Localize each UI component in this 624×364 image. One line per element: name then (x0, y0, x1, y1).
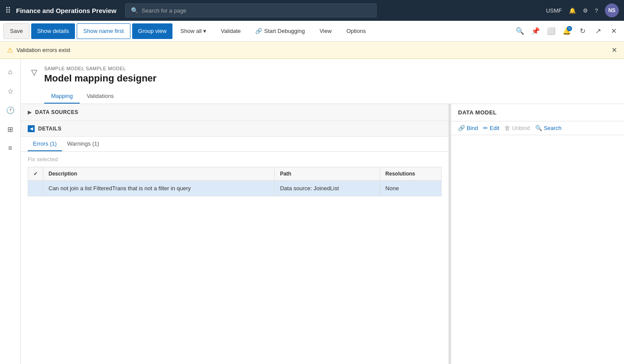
top-navigation: ⠿ Finance and Operations Preview 🔍 USMF … (0, 0, 624, 21)
search-input[interactable] (142, 7, 371, 14)
right-pane-header: DATA MODEL (451, 104, 624, 121)
show-all-button[interactable]: Show all ▾ (174, 23, 212, 39)
unbind-icon: 🗑 (504, 125, 510, 131)
action-bar-right: 🔍 📌 ⬜ 🔔 0 ↻ ↗ ✕ (513, 24, 621, 38)
error-table: ✓ Description Path Resolutions Can not j… (28, 167, 442, 196)
group-view-button[interactable]: Group view (132, 23, 173, 39)
expand-icon[interactable]: ⬜ (544, 24, 558, 38)
notification-icon[interactable]: 🔔 (569, 7, 576, 14)
app-title: Finance and Operations Preview (16, 7, 117, 14)
search-page-icon[interactable]: 🔍 (513, 24, 527, 38)
global-search-box[interactable]: 🔍 (125, 3, 377, 17)
fix-selected-label: Fix selected (21, 152, 448, 167)
tab-validations[interactable]: Validations (80, 89, 121, 104)
main-layout: ⌂ ☆ 🕐 ⊞ ≡ ▽ SAMPLE MODEL SAMPLE MODEL Mo… (0, 59, 624, 364)
search-icon: 🔍 (535, 125, 542, 131)
col-path: Path (275, 167, 380, 181)
start-debugging-button[interactable]: 🔗 Start Debugging (249, 23, 311, 39)
data-model-title: DATA MODEL (458, 109, 497, 116)
page-title: Model mapping designer (44, 73, 614, 84)
row-description: Can not join a list FilteredTrans that i… (43, 181, 275, 196)
save-button[interactable]: Save (3, 23, 29, 39)
details-tabs: Errors (1) Warnings (1) (21, 137, 448, 152)
search-button[interactable]: 🔍 Search (535, 125, 562, 131)
avatar[interactable]: NS (605, 3, 619, 17)
bind-icon: 🔗 (458, 125, 465, 131)
breadcrumb: SAMPLE MODEL SAMPLE MODEL (44, 66, 614, 71)
warning-icon: ⚠ (7, 46, 13, 54)
left-sidebar: ⌂ ☆ 🕐 ⊞ ≡ (0, 59, 21, 364)
data-sources-label: DATA SOURCES (35, 109, 78, 115)
chevron-down-icon: ▾ (203, 28, 206, 34)
help-icon[interactable]: ? (595, 7, 598, 14)
col-resolutions: Resolutions (380, 167, 442, 181)
bind-button[interactable]: 🔗 Bind (458, 125, 478, 131)
debug-icon: 🔗 (255, 28, 262, 34)
options-button[interactable]: Options (340, 23, 372, 39)
notification-badge[interactable]: 🔔 0 (560, 24, 574, 38)
col-checkbox: ✓ (28, 167, 43, 181)
show-details-button[interactable]: Show details (31, 23, 75, 39)
data-sources-section[interactable]: ▶ DATA SOURCES (21, 104, 448, 121)
sidebar-icon-modules[interactable]: ≡ (3, 140, 18, 156)
sidebar-icon-workspaces[interactable]: ⊞ (3, 121, 18, 137)
details-label: DETAILS (38, 126, 62, 132)
validate-button[interactable]: Validate (214, 23, 247, 39)
filter-icon[interactable]: ▽ (31, 68, 37, 77)
validation-banner: ⚠ Validation errors exist ✕ (0, 42, 624, 59)
pin-icon[interactable]: 📌 (529, 24, 543, 38)
user-label: USMF (546, 7, 562, 14)
row-resolution: None (380, 181, 442, 196)
tab-warnings[interactable]: Warnings (1) (62, 137, 104, 151)
row-checkbox[interactable] (28, 181, 43, 196)
mapping-content: ▶ DATA SOURCES ◀ DETAILS Errors (1) Warn… (21, 104, 624, 364)
view-button[interactable]: View (313, 23, 338, 39)
left-pane: ▶ DATA SOURCES ◀ DETAILS Errors (1) Warn… (21, 104, 449, 364)
details-section: ◀ DETAILS Errors (1) Warnings (1) Fix se… (21, 121, 448, 196)
edit-icon: ✏ (483, 125, 488, 131)
grid-menu-icon[interactable]: ⠿ (5, 6, 11, 15)
tab-mapping[interactable]: Mapping (44, 89, 80, 104)
edit-button[interactable]: ✏ Edit (483, 125, 499, 131)
sidebar-icon-favorites[interactable]: ☆ (3, 83, 18, 99)
unbind-button[interactable]: 🗑 Unbind (504, 125, 530, 131)
external-link-icon[interactable]: ↗ (591, 24, 605, 38)
action-bar: Save Show details Show name first Group … (0, 21, 624, 42)
close-icon[interactable]: ✕ (607, 24, 621, 38)
expand-arrow-icon: ▶ (28, 109, 32, 115)
sidebar-icon-home[interactable]: ⌂ (3, 64, 18, 80)
validation-message: Validation errors exist (16, 47, 70, 53)
page-tabs: Mapping Validations (44, 89, 614, 104)
right-pane-actions: 🔗 Bind ✏ Edit 🗑 Unbind 🔍 Search (451, 121, 624, 135)
right-pane: DATA MODEL 🔗 Bind ✏ Edit 🗑 Unbind (451, 104, 624, 364)
table-row[interactable]: Can not join a list FilteredTrans that i… (28, 181, 442, 196)
settings-icon[interactable]: ⚙ (583, 7, 588, 14)
tab-errors[interactable]: Errors (1) (28, 137, 62, 151)
page-header: ▽ SAMPLE MODEL SAMPLE MODEL Model mappin… (21, 59, 624, 104)
check-icon: ✓ (33, 171, 38, 177)
details-section-header[interactable]: ◀ DETAILS (21, 121, 448, 137)
refresh-icon[interactable]: ↻ (575, 24, 589, 38)
row-path: Data source: JoinedList (275, 181, 380, 196)
top-nav-right: USMF 🔔 ⚙ ? NS (546, 3, 619, 17)
col-description: Description (43, 167, 275, 181)
show-name-first-button[interactable]: Show name first (77, 23, 130, 39)
sidebar-icon-recent[interactable]: 🕐 (3, 102, 18, 118)
details-collapse-icon: ◀ (28, 125, 35, 132)
banner-close-button[interactable]: ✕ (611, 46, 617, 54)
search-icon: 🔍 (131, 7, 138, 14)
content-area: ▽ SAMPLE MODEL SAMPLE MODEL Model mappin… (21, 59, 624, 364)
